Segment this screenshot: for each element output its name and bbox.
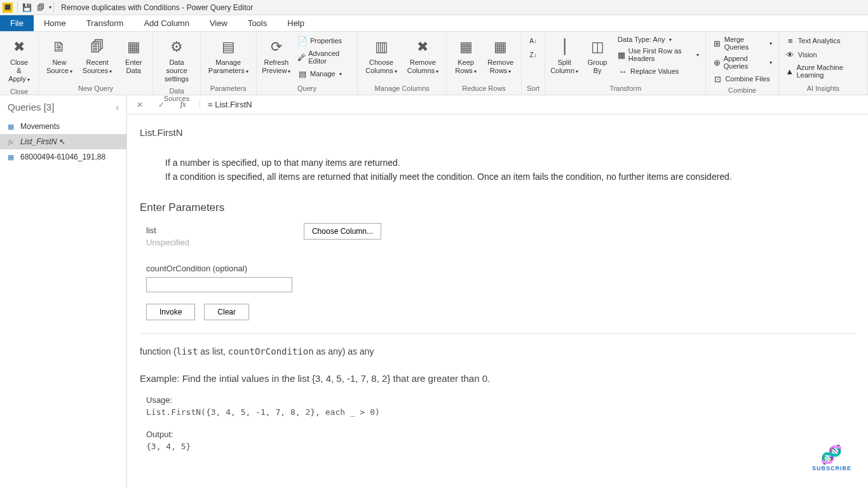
formula-bar: ✕ ✓ fx = List.FirstN <box>127 95 868 114</box>
enter-parameters-heading: Enter Parameters <box>140 201 855 214</box>
choose-columns-button[interactable]: ▥ Choose Columns▾ <box>362 34 400 78</box>
refresh-icon: ⟳ <box>266 37 287 57</box>
file-menu[interactable]: File <box>0 15 34 31</box>
sort-asc-button[interactable]: A↓ <box>526 34 541 47</box>
title-bar: 💾 🗐 ▾ Remove duplicates with Conditions … <box>0 0 868 15</box>
properties-button[interactable]: 📄Properties <box>295 34 353 47</box>
recent-sources-icon: 🗐 <box>87 37 107 57</box>
merge-queries-label: Merge Queries <box>724 36 766 51</box>
text-analytics-label: Text Analytics <box>798 37 841 44</box>
new-source-button[interactable]: 🗎 New Source▾ <box>43 34 76 78</box>
sig-prefix: function ( <box>140 346 177 356</box>
queries-panel: Queries [3] ‹ ▦ Movements fx List_FirstN… <box>0 95 127 488</box>
choose-columns-label: Choose Columns <box>365 58 393 74</box>
choose-column-button[interactable]: Choose Column... <box>304 223 381 240</box>
data-source-settings-button[interactable]: ⚙ Data source settings <box>157 34 196 86</box>
fx-icon: fx <box>175 97 191 112</box>
split-column-button[interactable]: ⎮ Split Column▾ <box>549 34 580 78</box>
formula-confirm-button[interactable]: ✓ <box>154 97 169 112</box>
tab-add-column[interactable]: Add Column <box>133 15 200 31</box>
data-type-label: Data Type: Any <box>618 36 665 43</box>
subscribe-watermark: 🧬 SUBSCRIBE <box>812 444 851 471</box>
remove-rows-icon: ▦ <box>491 37 511 57</box>
formula-expression[interactable]: = List.FirstN <box>200 100 252 109</box>
param-condition-label: countOrCondition (optional) <box>146 264 855 273</box>
replace-values-button[interactable]: ↔Replace Values <box>615 65 702 78</box>
close-apply-button[interactable]: ✖ Close & Apply▾ <box>4 34 34 86</box>
tab-home[interactable]: Home <box>34 15 76 31</box>
first-row-icon: ▦ <box>618 50 626 60</box>
query-item-movements[interactable]: ▦ Movements <box>0 119 126 134</box>
merge-queries-button[interactable]: ⊞Merge Queries▾ <box>710 34 774 52</box>
manage-button[interactable]: ▤Manage▾ <box>295 67 353 80</box>
clear-button[interactable]: Clear <box>204 304 249 320</box>
azure-ml-icon: ▲ <box>785 66 794 76</box>
tab-help[interactable]: Help <box>277 15 315 31</box>
azure-ml-label: Azure Machine Learning <box>796 64 861 79</box>
table-icon: ▦ <box>6 122 15 131</box>
vision-icon: 👁 <box>785 50 796 60</box>
keep-rows-button[interactable]: ▦ Keep Rows▾ <box>451 34 481 78</box>
remove-columns-button[interactable]: ✖ Remove Columns▾ <box>403 34 442 78</box>
advanced-editor-button[interactable]: 🖉Advanced Editor <box>295 48 353 66</box>
group-by-label: Group By <box>588 58 607 75</box>
remove-columns-icon: ✖ <box>412 37 433 57</box>
formula-cancel-button[interactable]: ✕ <box>132 97 147 112</box>
cursor-icon: ↖ <box>59 137 65 146</box>
count-or-condition-input[interactable] <box>146 277 292 292</box>
manage-label: Manage <box>310 70 336 78</box>
azure-ml-button[interactable]: ▲Azure Machine Learning <box>783 62 864 80</box>
param-list-value: Unspecified <box>146 238 189 247</box>
new-source-icon: 🗎 <box>49 37 69 57</box>
subscribe-label: SUBSCRIBE <box>812 465 851 471</box>
properties-label: Properties <box>310 37 342 44</box>
ribbon-group-manage-columns: ▥ Choose Columns▾ ✖ Remove Columns▾ Mana… <box>358 32 447 95</box>
manage-parameters-button[interactable]: ▤ Manage Parameters▾ <box>205 34 252 78</box>
query-item-68000494[interactable]: ▦ 68000494-61046_191,88 <box>0 149 126 165</box>
group-by-button[interactable]: ◫ Group By <box>582 34 613 78</box>
remove-rows-button[interactable]: ▦ Remove Rows▾ <box>484 34 517 78</box>
function-signature: function (list as list, countOrCondition… <box>140 346 855 356</box>
collapse-panel-button[interactable]: ‹ <box>116 102 119 112</box>
new-source-label: New Source <box>46 58 69 74</box>
split-column-icon: ⎮ <box>554 37 574 57</box>
group-by-icon: ◫ <box>587 37 607 57</box>
remove-columns-label: Remove Columns <box>407 58 436 74</box>
combine-files-label: Combine Files <box>725 75 770 83</box>
group-label-parameters: Parameters <box>205 83 252 95</box>
content-area: ✕ ✓ fx = List.FirstN List.FirstN If a nu… <box>127 95 868 488</box>
data-type-button[interactable]: Data Type: Any▾ <box>615 34 702 44</box>
sig-cond: countOrCondition <box>228 346 314 356</box>
sort-desc-icon: Z↓ <box>528 50 538 60</box>
recent-sources-button[interactable]: 🗐 Recent Sources▾ <box>79 34 116 78</box>
recent-sources-label: Recent Sources <box>83 58 109 74</box>
merge-icon: ⊞ <box>712 38 721 48</box>
group-label-transform: Transform <box>549 83 702 95</box>
ribbon-group-sort: A↓ Z↓ Sort <box>522 32 545 95</box>
save-icon[interactable]: 💾 <box>20 1 34 15</box>
group-label-query: Query <box>261 83 354 95</box>
first-row-headers-button[interactable]: ▦Use First Row as Headers▾ <box>615 46 702 64</box>
enter-data-button[interactable]: ▦ Enter Data <box>118 34 149 78</box>
query-item-label: List_FirstN <box>20 137 57 146</box>
keep-rows-icon: ▦ <box>456 37 476 57</box>
group-label-manage-columns: Manage Columns <box>362 83 442 95</box>
refresh-preview-button[interactable]: ⟳ Refresh Preview▾ <box>261 34 292 78</box>
invoke-button[interactable]: Invoke <box>146 304 195 320</box>
sig-suffix: as any) as any <box>314 346 374 356</box>
vision-label: Vision <box>798 51 817 58</box>
combine-files-button[interactable]: ⊡Combine Files <box>710 72 774 85</box>
tab-view[interactable]: View <box>200 15 238 31</box>
query-item-list-firstn[interactable]: fx List_FirstN ↖ <box>0 134 126 149</box>
tab-transform[interactable]: Transform <box>76 15 134 31</box>
sort-desc-button[interactable]: Z↓ <box>526 48 541 61</box>
sort-asc-icon: A↓ <box>528 36 538 46</box>
ribbon-group-query: ⟳ Refresh Preview▾ 📄Properties 🖉Advanced… <box>257 32 358 95</box>
desc-line-1: If a number is specified, up to that man… <box>165 156 855 170</box>
doc-icon[interactable]: 🗐 <box>34 1 48 15</box>
vision-button[interactable]: 👁Vision <box>783 48 864 61</box>
tab-tools[interactable]: Tools <box>238 15 277 31</box>
append-queries-button[interactable]: ⊕Append Queries▾ <box>710 53 774 71</box>
text-analytics-button[interactable]: ≡Text Analytics <box>783 34 864 47</box>
function-name: List.FirstN <box>140 127 855 138</box>
